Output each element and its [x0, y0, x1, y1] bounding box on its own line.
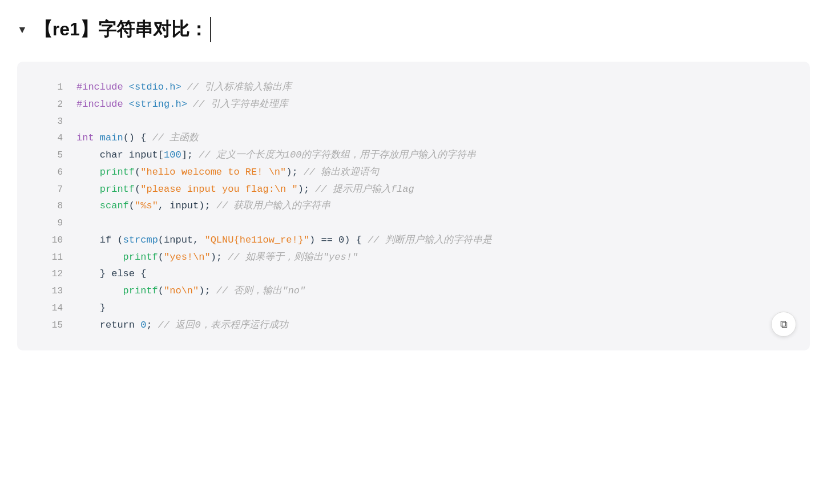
- line-content: printf("hello welcome to RE! \n"); // 输出…: [76, 164, 787, 181]
- code-token: int: [76, 132, 94, 143]
- code-token: ;: [146, 320, 158, 330]
- code-line: 11 printf("yes!\n"); // 如果等于，则输出"yes!": [40, 249, 787, 266]
- code-token: "%s": [135, 200, 158, 211]
- line-content: printf("yes!\n"); // 如果等于，则输出"yes!": [76, 249, 787, 266]
- code-token: // 返回0，表示程序运行成功: [158, 320, 288, 330]
- code-token: main: [100, 132, 123, 143]
- line-number: 14: [40, 300, 63, 316]
- page-header: ▼ 【re1】字符串对比：: [17, 11, 810, 48]
- code-token: );: [199, 285, 216, 296]
- code-token: );: [286, 167, 304, 178]
- collapse-arrow[interactable]: ▼: [17, 24, 27, 36]
- code-token: [94, 132, 100, 143]
- code-line: 8 scanf("%s", input); // 获取用户输入的字符串: [40, 197, 787, 215]
- line-content: printf("no\n"); // 否则，输出"no": [76, 283, 787, 300]
- line-content: [76, 215, 787, 232]
- code-token: // 输出欢迎语句: [304, 167, 380, 178]
- code-line: 12 } else {: [40, 265, 787, 283]
- line-number: 3: [40, 114, 63, 130]
- code-container: 1#include <stdio.h> // 引入标准输入输出库2#includ…: [17, 62, 810, 350]
- page-title: 【re1】字符串对比：: [34, 17, 211, 42]
- code-token: );: [298, 184, 316, 195]
- line-content: if (strcmp(input, "QLNU{he11ow_re!}") ==…: [76, 232, 787, 249]
- code-token: [181, 82, 187, 92]
- code-token: #include: [76, 82, 123, 92]
- code-token: printf: [76, 184, 135, 195]
- line-content: return 0; // 返回0，表示程序运行成功: [76, 317, 787, 334]
- line-content: int main() { // 主函数: [76, 130, 787, 147]
- code-token: #include: [76, 99, 123, 110]
- code-line: 5 char input[100]; // 定义一个长度为100的字符数组，用于…: [40, 147, 787, 164]
- line-content: printf("please input you flag:\n "); // …: [76, 181, 787, 198]
- code-token: // 获取用户输入的字符串: [216, 200, 331, 211]
- line-number: 5: [40, 147, 63, 163]
- line-number: 11: [40, 249, 63, 265]
- code-token: (input,: [158, 235, 205, 245]
- code-token: 100: [164, 150, 181, 160]
- line-number: 6: [40, 164, 63, 180]
- line-content: } else {: [76, 265, 787, 283]
- line-content: #include <stdio.h> // 引入标准输入输出库: [76, 79, 787, 96]
- code-line: 15 return 0; // 返回0，表示程序运行成功: [40, 317, 787, 334]
- code-line: 13 printf("no\n"); // 否则，输出"no": [40, 283, 787, 300]
- code-token: char input[: [76, 150, 164, 160]
- code-token: // 引入字符串处理库: [193, 99, 288, 110]
- code-token: [123, 99, 129, 110]
- line-number: 7: [40, 182, 63, 197]
- code-token: // 引入标准输入输出库: [187, 82, 292, 92]
- line-content: [76, 113, 787, 130]
- line-number: 13: [40, 283, 63, 299]
- code-token: (: [135, 167, 140, 178]
- code-token: <string.h>: [129, 99, 187, 110]
- code-token: "hello welcome to RE! \n": [140, 167, 286, 178]
- code-token: // 判断用户输入的字符串是: [368, 235, 492, 245]
- code-token: 0: [140, 320, 146, 330]
- line-content: scanf("%s", input); // 获取用户输入的字符串: [76, 197, 787, 215]
- code-token: "QLNU{he11ow_re!}": [204, 235, 309, 245]
- copy-button[interactable]: ⧉: [771, 312, 796, 337]
- code-token: [123, 82, 129, 92]
- code-token: if (: [76, 235, 123, 245]
- code-line: 9: [40, 215, 787, 232]
- line-number: 8: [40, 198, 63, 214]
- code-token: (: [129, 200, 135, 211]
- code-token: ];: [181, 150, 199, 160]
- code-token: } else {: [76, 268, 146, 279]
- code-token: (: [135, 184, 140, 195]
- code-line: 4int main() { // 主函数: [40, 130, 787, 147]
- code-token: [187, 99, 193, 110]
- code-block: 1#include <stdio.h> // 引入标准输入输出库2#includ…: [40, 79, 787, 333]
- line-number: 2: [40, 96, 63, 112]
- code-token: (: [158, 252, 164, 263]
- code-token: // 主函数: [152, 132, 199, 143]
- code-line: 3: [40, 113, 787, 130]
- line-content: char input[100]; // 定义一个长度为100的字符数组，用于存放…: [76, 147, 787, 164]
- code-line: 10 if (strcmp(input, "QLNU{he11ow_re!}")…: [40, 232, 787, 249]
- line-number: 12: [40, 266, 63, 282]
- code-token: (: [158, 285, 164, 296]
- line-number: 4: [40, 130, 63, 146]
- code-token: printf: [76, 285, 158, 296]
- code-token: "please input you flag:\n ": [140, 184, 297, 195]
- code-token: return: [76, 320, 140, 330]
- code-token: , input);: [158, 200, 216, 211]
- code-line: 2#include <string.h> // 引入字符串处理库: [40, 96, 787, 113]
- line-number: 1: [40, 79, 63, 95]
- code-token: // 否则，输出"no": [216, 285, 305, 296]
- code-token: // 定义一个长度为100的字符数组，用于存放用户输入的字符串: [199, 150, 476, 160]
- code-token: "yes!\n": [164, 252, 211, 263]
- code-line: 7 printf("please input you flag:\n "); /…: [40, 181, 787, 198]
- line-number: 10: [40, 232, 63, 248]
- code-token: () {: [123, 132, 152, 143]
- line-number: 15: [40, 317, 63, 333]
- code-line: 14 }: [40, 300, 787, 317]
- code-token: printf: [76, 252, 158, 263]
- code-token: <stdio.h>: [129, 82, 181, 92]
- code-token: scanf: [76, 200, 129, 211]
- line-content: }: [76, 300, 787, 317]
- code-token: );: [211, 252, 228, 263]
- code-token: printf: [76, 167, 135, 178]
- code-token: strcmp: [123, 235, 158, 245]
- code-token: // 如果等于，则输出"yes!": [228, 252, 358, 263]
- code-line: 6 printf("hello welcome to RE! \n"); // …: [40, 164, 787, 181]
